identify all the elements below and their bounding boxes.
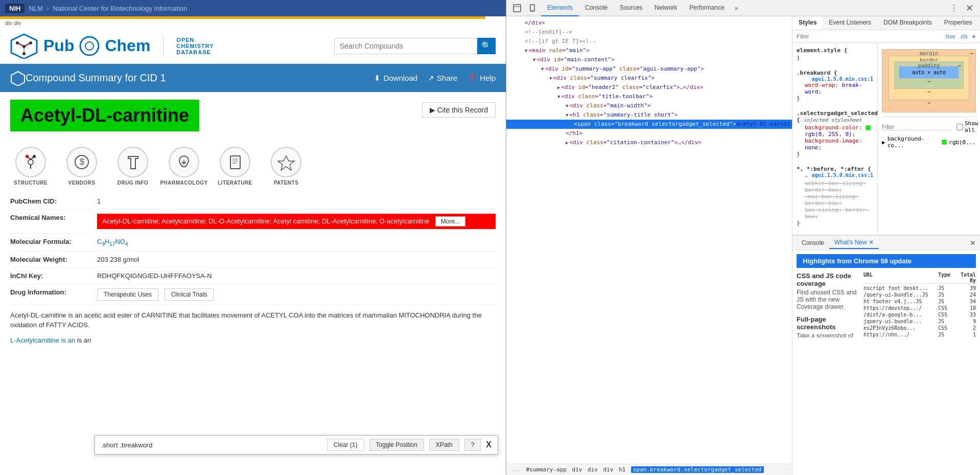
filter-cls-button[interactable]: .cls: [959, 33, 968, 39]
search-input[interactable]: [334, 38, 477, 54]
compound-content: Acetyl-DL-carnitine ▶ Cite this Record S…: [0, 92, 506, 475]
chrome-section-screenshots: Full-page screenshots Take a screenshot …: [797, 315, 858, 337]
drug-info-value: Therapeutic Uses Clinical Trials: [97, 288, 496, 301]
toggle-position-button[interactable]: Toggle Position: [369, 439, 424, 451]
breadcrumb-div1[interactable]: div: [572, 466, 582, 473]
dom-line[interactable]: <!--[if gt IE 7]><!--: [506, 37, 792, 46]
console-tabs-bar: Console What's New ✕ ✕: [792, 236, 980, 250]
question-button[interactable]: ?: [464, 439, 481, 451]
clear-button[interactable]: Clear (1): [327, 439, 364, 451]
breadcrumb-h1[interactable]: h1: [619, 466, 625, 473]
therapeutic-uses-button[interactable]: Therapeutic Uses: [97, 288, 158, 301]
cite-record-label: Cite this Record: [437, 106, 488, 114]
nav-icon-patents[interactable]: PATENTS: [266, 147, 307, 186]
console-close-button[interactable]: ✕: [970, 239, 976, 247]
styles-tab-dom-breakpoints[interactable]: DOM Breakpoints: [877, 16, 938, 30]
arrow-collapsed-icon: ▶: [882, 139, 885, 146]
coverage-row: nscript_foot_deskt...JS39: [864, 285, 976, 291]
logo-circle-icon: [79, 36, 100, 56]
compound-header-icon: [10, 71, 26, 86]
styles-tab-styles[interactable]: Styles: [792, 16, 823, 30]
dom-line[interactable]: </h1>: [506, 129, 792, 138]
dom-line[interactable]: <h1 class="summary-title short">: [506, 110, 792, 120]
breadcrumb-div3[interactable]: div: [603, 466, 614, 473]
tab-console[interactable]: Console: [579, 0, 614, 16]
nav-icon-drug-info[interactable]: DRUG INFO: [112, 147, 153, 186]
devtools-close-button[interactable]: ✕: [963, 2, 976, 15]
more-button[interactable]: More...: [435, 216, 465, 227]
show-all-checkbox[interactable]: [956, 124, 963, 130]
coverage-row: https://devstop.../CSS18: [864, 305, 976, 311]
compound-header: Compound Summary for CID 1 ⬇ Download ↗ …: [0, 64, 506, 92]
svg-rect-25: [514, 5, 521, 12]
svg-point-4: [29, 41, 32, 44]
nav-icon-structure[interactable]: STRUCTURE: [10, 147, 51, 186]
dom-line[interactable]: <main role="main">: [506, 46, 792, 55]
filter-hov-button[interactable]: :hov: [945, 33, 955, 39]
css-rule-breakword: .breakword { agui.1.5.0.min.css:1 word-w…: [795, 67, 875, 104]
nav-icon-literature[interactable]: LITERATURE: [215, 147, 255, 186]
coverage-row: /query-ui-bundle...JSJS24: [864, 291, 976, 298]
help-button[interactable]: ❓ Help: [468, 74, 496, 83]
download-button[interactable]: ⬇ Download: [374, 74, 417, 83]
breakword-source-link[interactable]: agui.1.5.0.min.css:1: [812, 76, 873, 82]
tab-network[interactable]: Network: [648, 0, 683, 16]
sg-selector-text: .short .breakword: [101, 441, 322, 449]
styles-tab-properties[interactable]: Properties: [938, 16, 978, 30]
pubchem-panel: NIH NLM › National Center for Biotechnol…: [0, 0, 506, 475]
dom-line[interactable]: <div id="main-content">: [506, 55, 792, 64]
dom-tree[interactable]: </div> <!--[endif]--> <!--[if gt IE 7]><…: [506, 16, 792, 464]
coverage-table: URL Type Total By nscript_foot_deskt...J…: [864, 268, 976, 337]
logo-chem: Chem: [105, 36, 150, 55]
tab-elements[interactable]: Elements: [541, 0, 579, 16]
right-filter-area: Show all ▶ background-co... rgb(0...: [882, 117, 976, 149]
console-tab-console[interactable]: Console: [797, 237, 829, 248]
nav-icon-vendors[interactable]: $ VENDORS: [61, 147, 102, 186]
console-tab-whats-new[interactable]: What's New ✕: [829, 237, 879, 249]
elements-panel: </div> <!--[endif]--> <!--[if gt IE 7]><…: [506, 16, 792, 475]
right-filter-input[interactable]: [882, 124, 952, 130]
dom-line[interactable]: <div id="header2" class="clearfix">…</di…: [506, 83, 792, 92]
tab-performance[interactable]: Performance: [683, 0, 731, 16]
styles-tab-event-listeners[interactable]: Event Listeners: [823, 16, 877, 30]
inspect-icon: [513, 4, 521, 12]
box-model-diagram-area: margin − border padding − auto × a: [878, 43, 980, 235]
dom-line[interactable]: </div>: [506, 18, 792, 28]
svg-point-5: [16, 41, 19, 44]
dom-line[interactable]: <div class="title-toolbar">: [506, 92, 792, 101]
dom-line[interactable]: <div class="summary clearfix">: [506, 74, 792, 83]
breadcrumb-span[interactable]: span.breakword.selectorgadget_selected: [631, 466, 764, 473]
coverage-desc: Find unused CSS and JS with the new Cove…: [797, 289, 858, 310]
dom-line[interactable]: <!--[endif]-->: [506, 28, 792, 37]
dom-line[interactable]: <div class="citation-container">…</div>: [506, 138, 792, 147]
devtools-menu-button[interactable]: ⋮: [947, 2, 961, 15]
share-button[interactable]: ↗ Share: [428, 74, 457, 83]
dom-line-selected[interactable]: <span class="breakword selectorgadget_se…: [506, 120, 792, 129]
more-tabs-button[interactable]: »: [731, 3, 742, 14]
drug-info-label: Drug Information:: [10, 288, 97, 296]
filter-add-button[interactable]: +: [972, 32, 976, 40]
styles-filter-input[interactable]: [797, 33, 941, 39]
device-icon-button[interactable]: [526, 2, 539, 15]
l-acetylcarnitine-link[interactable]: L-Acetylcarnitine is an: [10, 336, 75, 344]
pubchem-hex-icon: [10, 33, 38, 59]
clinical-trials-button[interactable]: Clinical Trials: [165, 288, 214, 301]
tab-sources[interactable]: Sources: [614, 0, 648, 16]
breadcrumb-div2[interactable]: div: [588, 466, 598, 473]
breadcrumb-summary-app[interactable]: #summary-app: [526, 466, 567, 473]
drug-info-row: Drug Information: Therapeutic Uses Clini…: [10, 284, 496, 305]
inspect-icon-button[interactable]: [510, 2, 524, 15]
nav-icon-pharmacology[interactable]: PHARMACOLOGY: [164, 147, 204, 186]
dom-line[interactable]: <div class="main-width">: [506, 101, 792, 110]
padding-label: padding: [918, 63, 940, 69]
xpath-button[interactable]: XPath: [429, 439, 459, 451]
dom-line[interactable]: <div id="summary-app" class="agui-summar…: [506, 64, 792, 74]
breadcrumb-dots[interactable]: ...: [510, 466, 521, 473]
search-button[interactable]: 🔍: [477, 38, 496, 54]
color-result-row: ▶ background-co... rgb(0...: [882, 135, 976, 149]
box-sizing-source-link[interactable]: agui.1.5.0.min.css:1: [812, 172, 873, 178]
cite-record-button[interactable]: ▶ Cite this Record: [422, 102, 496, 118]
molecular-formula-value: C9H17NO4: [97, 238, 496, 247]
sg-close-button[interactable]: X: [486, 440, 492, 449]
css-rule-element-style: element.style { }: [795, 45, 875, 63]
